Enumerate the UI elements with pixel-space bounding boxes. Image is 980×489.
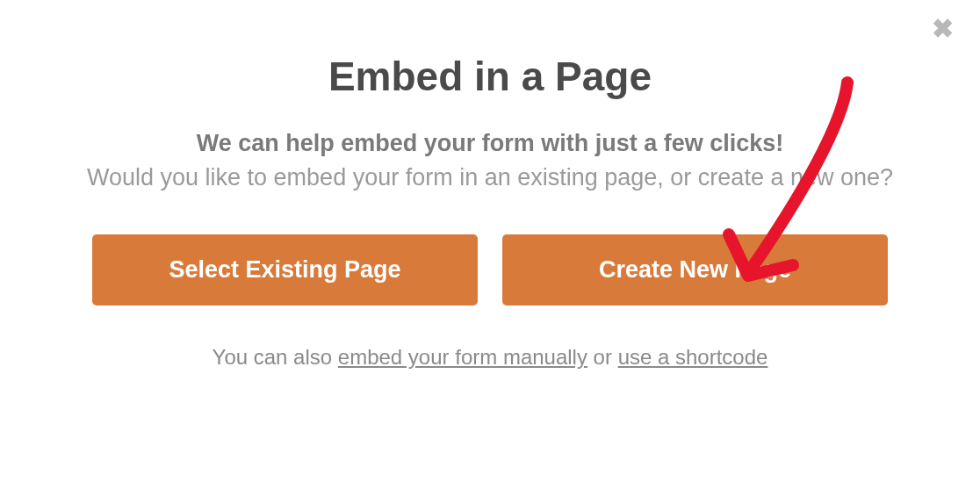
description-bold: We can help embed your form with just a … [197,130,784,156]
footer-middle: or [587,345,618,369]
close-icon[interactable]: ✖ [932,16,954,42]
use-shortcode-link[interactable]: use a shortcode [618,345,768,369]
embed-manually-link[interactable]: embed your form manually [338,345,587,369]
embed-modal: ✖ Embed in a Page We can help embed your… [0,0,980,489]
select-existing-page-button[interactable]: Select Existing Page [92,234,478,306]
description-regular: Would you like to embed your form in an … [87,164,893,191]
modal-title: Embed in a Page [0,53,980,100]
footer-prefix: You can also [213,345,338,369]
button-row: Select Existing Page Create New Page [0,234,980,306]
footer-text: You can also embed your form manually or… [0,345,980,370]
create-new-page-button[interactable]: Create New Page [502,234,888,306]
modal-description: We can help embed your form with just a … [0,126,980,195]
